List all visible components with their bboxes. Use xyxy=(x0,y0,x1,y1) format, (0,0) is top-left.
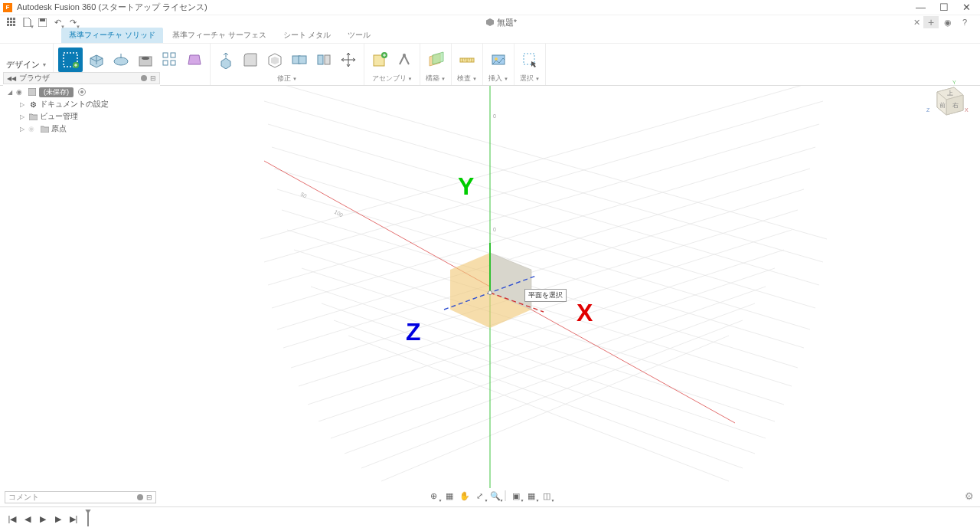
display-button[interactable]: ▣▼ xyxy=(509,489,523,503)
svg-line-65 xyxy=(444,276,536,310)
svg-line-34 xyxy=(272,147,815,308)
pattern-button[interactable] xyxy=(159,49,181,70)
pin-icon[interactable]: ⊟ xyxy=(150,74,156,82)
comment-label: コメント xyxy=(8,492,137,503)
tree-origin[interactable]: ▷ ◉ 原点 xyxy=(3,123,160,135)
grid-button[interactable]: ▦▼ xyxy=(524,489,538,503)
settings-gear-icon[interactable]: ⚙ xyxy=(965,490,974,502)
measure-button[interactable] xyxy=(456,49,478,70)
tab-tool[interactable]: ツール xyxy=(340,28,378,43)
shell-button[interactable] xyxy=(264,49,286,70)
svg-rect-7 xyxy=(10,24,12,26)
press-pull-button[interactable] xyxy=(215,49,237,70)
svg-line-47 xyxy=(268,124,819,285)
tab-surface[interactable]: 基準フィーチャ サーフェス xyxy=(165,28,274,43)
extensions-button[interactable]: ◉ xyxy=(940,16,956,28)
navigation-bar: ⊕▼ ▦ ✋ ⤢▼ 🔍▼ ▣▼ ▦▼ ◫▼ xyxy=(424,488,557,503)
vc-top: 上 xyxy=(947,90,953,97)
timeline-prev-button[interactable]: ◀ xyxy=(21,513,34,526)
redo-button[interactable]: ↷▼ xyxy=(66,16,80,28)
tree-doc-settings[interactable]: ▷ ⚙ ドキュメントの設定 xyxy=(3,98,160,110)
svg-line-43 xyxy=(334,320,743,468)
document-tab[interactable]: 無題* xyxy=(486,17,517,28)
maximize-button[interactable]: ☐ xyxy=(939,2,949,13)
expand-icon[interactable]: ▷ xyxy=(18,101,26,108)
svg-line-41 xyxy=(311,287,766,438)
fillet-button[interactable] xyxy=(240,49,261,70)
svg-rect-17 xyxy=(171,53,175,57)
vc-z: Z xyxy=(926,107,930,113)
extrude-button[interactable] xyxy=(86,49,107,70)
move-button[interactable] xyxy=(338,49,359,70)
viewcube[interactable]: Y X Z 上 前 右 xyxy=(923,77,969,123)
svg-point-68 xyxy=(488,291,492,295)
svg-rect-23 xyxy=(325,55,330,64)
expand-icon[interactable]: ▷ xyxy=(18,113,26,120)
construct-plane-button[interactable] xyxy=(425,49,446,70)
svg-line-32 xyxy=(264,101,823,262)
sketch-button[interactable] xyxy=(58,48,83,72)
save-button[interactable] xyxy=(35,16,49,28)
tab-close-button[interactable]: ✕ xyxy=(913,18,920,28)
pan-button[interactable]: ✋ xyxy=(458,489,472,503)
hole-button[interactable] xyxy=(135,49,156,70)
tab-sheetmetal[interactable]: シート メタル xyxy=(276,28,339,43)
insert-button[interactable] xyxy=(488,49,509,70)
expand-icon[interactable]: ▷ xyxy=(18,126,26,133)
timeline-start-button[interactable]: |◀ xyxy=(6,513,18,526)
svg-rect-69 xyxy=(28,88,36,96)
svg-line-42 xyxy=(322,303,755,454)
tree-root[interactable]: ◢ ◉ (未保存) xyxy=(3,86,160,98)
svg-line-36 xyxy=(277,189,804,348)
align-button[interactable] xyxy=(313,49,335,70)
expand-icon[interactable]: ◢ xyxy=(6,89,14,96)
group-select-label: 選択 xyxy=(520,74,534,84)
svg-line-45 xyxy=(260,78,827,239)
create-form-button[interactable] xyxy=(184,49,205,70)
tab-solid[interactable]: 基準フィーチャ ソリッド xyxy=(61,28,163,43)
svg-rect-21 xyxy=(299,56,306,64)
help-button[interactable]: ? xyxy=(957,16,972,28)
root-label: (未保存) xyxy=(39,87,74,97)
visibility-icon[interactable]: ◉ xyxy=(28,125,38,133)
y-axis-label: Y xyxy=(458,172,474,201)
svg-text:0: 0 xyxy=(493,113,496,119)
svg-rect-1 xyxy=(10,18,12,20)
orbit-button[interactable]: ⊕▼ xyxy=(427,489,441,503)
timeline-play-button[interactable]: ▶ xyxy=(37,513,49,526)
new-tab-button[interactable]: + xyxy=(923,16,939,28)
close-button[interactable]: ✕ xyxy=(962,2,971,13)
look-at-button[interactable]: ▦ xyxy=(443,489,456,503)
svg-rect-6 xyxy=(7,24,9,26)
viewport-button[interactable]: ◫▼ xyxy=(540,489,554,503)
zoom-button[interactable]: ⤢▼ xyxy=(473,489,487,503)
tooltip: 平面を選択 xyxy=(524,289,567,302)
pin-icon[interactable]: ⊟ xyxy=(146,493,152,501)
timeline-marker[interactable] xyxy=(87,513,89,526)
undo-button[interactable]: ↶▼ xyxy=(51,16,64,28)
joint-button[interactable] xyxy=(394,49,415,70)
comment-bar[interactable]: コメント ⊟ xyxy=(5,491,156,503)
svg-line-33 xyxy=(268,124,819,285)
new-component-button[interactable] xyxy=(369,49,390,70)
collapse-icon[interactable]: ◀◀ xyxy=(7,75,16,82)
select-button[interactable] xyxy=(519,49,541,70)
visibility-icon[interactable]: ◉ xyxy=(16,88,25,96)
vc-y: Y xyxy=(952,80,956,85)
timeline-next-button[interactable]: ▶ xyxy=(52,513,64,526)
fit-button[interactable]: 🔍▼ xyxy=(488,489,502,503)
record-icon[interactable] xyxy=(78,88,86,96)
timeline-end-button[interactable]: ▶| xyxy=(67,513,80,526)
revolve-button[interactable] xyxy=(110,49,132,70)
combine-button[interactable] xyxy=(289,49,310,70)
svg-rect-16 xyxy=(163,53,168,57)
app-menu-button[interactable] xyxy=(5,16,18,28)
minimize-button[interactable]: — xyxy=(916,2,926,13)
file-button[interactable]: ▼ xyxy=(20,16,34,28)
status-dot-icon xyxy=(137,494,143,500)
svg-line-44 xyxy=(348,336,729,481)
browser-header[interactable]: ◀◀ ブラウザ ⊟ xyxy=(3,72,160,84)
svg-line-38 xyxy=(287,230,792,386)
svg-line-55 xyxy=(331,287,766,438)
tree-view-mgmt[interactable]: ▷ ビュー管理 xyxy=(3,110,160,123)
